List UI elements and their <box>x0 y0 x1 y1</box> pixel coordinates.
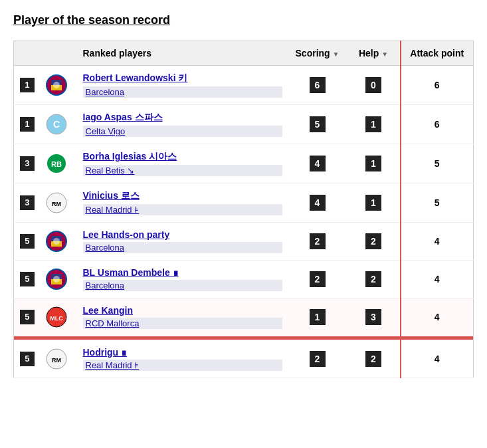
help-cell: 1 <box>347 144 401 183</box>
scoring-cell: 2 <box>288 340 347 378</box>
rank-badge: 5 <box>20 352 35 366</box>
svg-text:MLC: MLC <box>50 315 63 322</box>
table-row: 5 BL Usman Dembele ∎ Barcelona 2 2 4 <box>14 261 474 298</box>
player-info-cell: Vinicius 로스 Real Madrid ⊧ <box>78 183 288 223</box>
scoring-value: 4 <box>310 156 326 171</box>
table-row: 5 MLC Lee Kangin RCD Mallorca 1 3 4 <box>14 298 474 336</box>
rank-badge: 5 <box>20 310 35 324</box>
team-logo: C <box>46 114 67 135</box>
attack-cell: 5 <box>401 183 474 223</box>
rank-cell: 5 <box>14 261 41 298</box>
scoring-value: 1 <box>310 309 326 325</box>
scoring-cell: 5 <box>288 105 347 144</box>
help-cell: 2 <box>347 223 401 261</box>
club-name: Real Madrid ⊧ <box>83 204 282 215</box>
player-info-cell: Borha Iglesias 시아스 Real Betis ↘ <box>78 144 288 183</box>
team-logo: MLC <box>46 306 67 328</box>
logo-cell <box>41 66 78 105</box>
team-logo: RM <box>46 348 67 370</box>
player-name: Iago Aspas 스파스 <box>83 112 282 124</box>
svg-text:C: C <box>52 119 59 130</box>
team-logo <box>46 74 67 96</box>
team-logo: RB <box>46 153 67 174</box>
rank-cell: 1 <box>14 105 41 144</box>
club-name: Barcelona <box>83 280 282 291</box>
table-row: 3 RB Borha Iglesias 시아스 Real Betis ↘ 4 1… <box>14 144 474 183</box>
logo-cell: RM <box>41 340 78 378</box>
rank-badge: 5 <box>20 272 35 286</box>
help-header[interactable]: Help ▼ <box>347 41 401 66</box>
help-cell: 2 <box>347 261 401 298</box>
scoring-value: 2 <box>310 271 326 287</box>
rank-badge: 5 <box>20 234 35 249</box>
rank-cell: 5 <box>14 223 41 261</box>
scoring-cell: 2 <box>288 261 347 298</box>
attack-cell: 5 <box>401 144 474 183</box>
scoring-value: 4 <box>310 195 326 211</box>
help-value: 2 <box>365 233 381 249</box>
logo-cell <box>41 261 78 298</box>
scoring-cell: 4 <box>288 144 347 183</box>
rank-cell: 5 <box>14 340 41 378</box>
scoring-value: 2 <box>310 233 326 249</box>
table-row: 1 C Iago Aspas 스파스 Celta Vigo 5 1 6 <box>14 105 474 144</box>
rank-cell: 3 <box>14 144 41 183</box>
player-name: Lee Kangin <box>83 305 282 316</box>
logo-cell: RM <box>41 183 78 223</box>
rank-cell: 3 <box>14 183 41 223</box>
help-cell: 3 <box>347 298 401 336</box>
help-cell: 1 <box>347 183 401 223</box>
help-value: 0 <box>365 77 381 93</box>
club-name: Barcelona <box>83 242 282 253</box>
table-row: 5 RM Hodrigu ∎ Real Madrid ⊧ 2 2 4 <box>14 340 474 378</box>
club-name: Barcelona <box>83 86 282 98</box>
player-name: Vinicius 로스 <box>83 190 282 202</box>
logo-header <box>41 41 78 66</box>
svg-point-17 <box>53 276 60 282</box>
rank-cell: 1 <box>14 66 41 105</box>
player-info-cell: BL Usman Dembele ∎ Barcelona <box>78 261 288 298</box>
player-name: BL Usman Dembele ∎ <box>83 267 282 278</box>
table-header-row: Ranked players Scoring ▼ Help ▼ Attack p… <box>14 41 474 66</box>
help-value: 1 <box>365 195 381 211</box>
player-header: Ranked players <box>78 41 288 66</box>
rank-cell: 5 <box>14 298 41 336</box>
team-logo <box>46 269 67 290</box>
svg-point-13 <box>53 238 60 245</box>
help-value: 2 <box>365 351 381 367</box>
club-name: RCD Mallorca <box>83 318 282 329</box>
scoring-value: 6 <box>310 77 326 93</box>
player-info-cell: Robert Lewandowski 키 Barcelona <box>78 66 288 105</box>
scoring-cell: 6 <box>288 66 347 105</box>
scoring-value: 2 <box>310 351 326 367</box>
logo-cell: C <box>41 105 78 144</box>
logo-cell <box>41 223 78 261</box>
help-value: 3 <box>365 309 381 325</box>
svg-text:RM: RM <box>52 357 61 364</box>
player-info-cell: Iago Aspas 스파스 Celta Vigo <box>78 105 288 144</box>
help-cell: 2 <box>347 340 401 378</box>
attack-cell: 6 <box>401 66 474 105</box>
player-info-cell: Hodrigu ∎ Real Madrid ⊧ <box>78 340 288 378</box>
table-row: 5 Lee Hands-on party Barcelona 2 2 4 <box>14 223 474 261</box>
svg-text:RB: RB <box>51 160 62 168</box>
scoring-cell: 1 <box>288 298 347 336</box>
player-info-cell: Lee Hands-on party Barcelona <box>78 223 288 261</box>
scoring-cell: 4 <box>288 183 347 223</box>
team-logo <box>46 231 67 252</box>
page-title: Player of the season record <box>13 13 474 27</box>
rank-badge: 3 <box>20 156 35 171</box>
attack-cell: 4 <box>401 298 474 336</box>
help-cell: 1 <box>347 105 401 144</box>
scoring-value: 5 <box>310 116 326 132</box>
rank-badge: 1 <box>20 78 35 92</box>
player-name: Borha Iglesias 시아스 <box>83 151 282 163</box>
attack-header: Attack point <box>401 41 474 66</box>
attack-cell: 4 <box>401 261 474 298</box>
scoring-header[interactable]: Scoring ▼ <box>288 41 347 66</box>
help-cell: 0 <box>347 66 401 105</box>
club-name: Real Madrid ⊧ <box>83 360 282 371</box>
rank-badge: 1 <box>20 117 35 132</box>
logo-cell: RB <box>41 144 78 183</box>
attack-cell: 6 <box>401 105 474 144</box>
